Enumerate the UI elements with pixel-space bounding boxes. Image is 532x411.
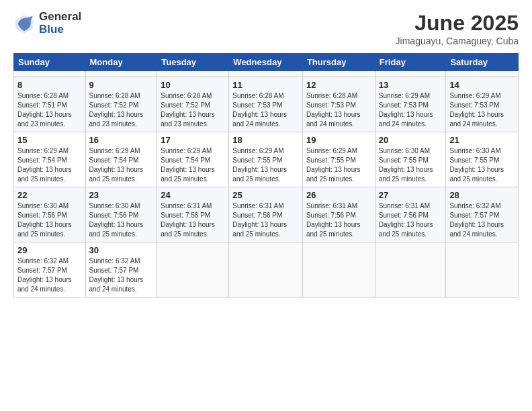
day-info: Sunrise: 6:29 AM Sunset: 7:55 PM Dayligh… bbox=[306, 146, 371, 184]
page: General Blue June 2025 Jimaguayu, Camagu… bbox=[0, 0, 532, 411]
day-cell-24: 24Sunrise: 6:31 AM Sunset: 7:56 PM Dayli… bbox=[157, 187, 229, 242]
day-cell-17: 17Sunrise: 6:29 AM Sunset: 7:54 PM Dayli… bbox=[157, 132, 229, 187]
empty-cell bbox=[375, 242, 446, 298]
day-number: 14 bbox=[449, 80, 515, 90]
day-number: 22 bbox=[17, 190, 82, 200]
day-cell-10: 10Sunrise: 6:28 AM Sunset: 7:52 PM Dayli… bbox=[157, 77, 229, 132]
logo: General Blue bbox=[13, 11, 81, 36]
day-number: 27 bbox=[379, 190, 443, 200]
day-info: Sunrise: 6:31 AM Sunset: 7:56 PM Dayligh… bbox=[232, 201, 299, 239]
header-cell-saturday: Saturday bbox=[446, 54, 519, 71]
day-cell-14: 14Sunrise: 6:29 AM Sunset: 7:53 PM Dayli… bbox=[446, 77, 519, 132]
day-cell-28: 28Sunrise: 6:32 AM Sunset: 7:57 PM Dayli… bbox=[446, 187, 519, 242]
empty-cell bbox=[157, 71, 229, 77]
day-cell-9: 9Sunrise: 6:28 AM Sunset: 7:52 PM Daylig… bbox=[85, 77, 157, 132]
day-cell-20: 20Sunrise: 6:30 AM Sunset: 7:55 PM Dayli… bbox=[375, 132, 446, 187]
day-cell-12: 12Sunrise: 6:28 AM Sunset: 7:53 PM Dayli… bbox=[302, 77, 375, 132]
day-number: 19 bbox=[306, 135, 371, 145]
day-info: Sunrise: 6:32 AM Sunset: 7:57 PM Dayligh… bbox=[17, 257, 82, 294]
empty-cell bbox=[446, 242, 519, 298]
day-cell-21: 21Sunrise: 6:30 AM Sunset: 7:55 PM Dayli… bbox=[446, 132, 519, 187]
day-cell-30: 30Sunrise: 6:32 AM Sunset: 7:57 PM Dayli… bbox=[85, 242, 157, 298]
day-info: Sunrise: 6:29 AM Sunset: 7:54 PM Dayligh… bbox=[161, 146, 225, 184]
week-row-3: 15Sunrise: 6:29 AM Sunset: 7:54 PM Dayli… bbox=[14, 132, 519, 187]
title-block: June 2025 Jimaguayu, Camaguey, Cuba bbox=[396, 11, 519, 46]
day-cell-27: 27Sunrise: 6:31 AM Sunset: 7:56 PM Dayli… bbox=[375, 187, 446, 242]
header-row: SundayMondayTuesdayWednesdayThursdayFrid… bbox=[14, 54, 519, 71]
logo-text: General Blue bbox=[39, 11, 81, 36]
day-info: Sunrise: 6:28 AM Sunset: 7:52 PM Dayligh… bbox=[89, 91, 154, 129]
header-cell-monday: Monday bbox=[85, 54, 157, 71]
day-number: 28 bbox=[449, 190, 515, 200]
empty-cell bbox=[375, 71, 446, 77]
day-cell-13: 13Sunrise: 6:29 AM Sunset: 7:53 PM Dayli… bbox=[375, 77, 446, 132]
day-info: Sunrise: 6:31 AM Sunset: 7:56 PM Dayligh… bbox=[306, 201, 371, 239]
header: General Blue June 2025 Jimaguayu, Camagu… bbox=[13, 11, 519, 46]
week-row-4: 22Sunrise: 6:30 AM Sunset: 7:56 PM Dayli… bbox=[14, 187, 519, 242]
day-info: Sunrise: 6:28 AM Sunset: 7:53 PM Dayligh… bbox=[306, 91, 371, 129]
logo-general: General bbox=[39, 11, 81, 24]
day-cell-11: 11Sunrise: 6:28 AM Sunset: 7:53 PM Dayli… bbox=[229, 77, 303, 132]
empty-cell bbox=[14, 71, 86, 77]
calendar-subtitle: Jimaguayu, Camaguey, Cuba bbox=[396, 36, 519, 46]
day-number: 20 bbox=[379, 135, 443, 145]
day-info: Sunrise: 6:29 AM Sunset: 7:54 PM Dayligh… bbox=[89, 146, 154, 184]
empty-cell bbox=[302, 242, 375, 298]
day-number: 29 bbox=[17, 245, 82, 255]
day-cell-18: 18Sunrise: 6:29 AM Sunset: 7:55 PM Dayli… bbox=[229, 132, 303, 187]
empty-cell bbox=[85, 71, 157, 77]
day-cell-8: 8Sunrise: 6:28 AM Sunset: 7:51 PM Daylig… bbox=[14, 77, 86, 132]
empty-cell bbox=[302, 71, 375, 77]
logo-icon bbox=[13, 13, 35, 34]
day-info: Sunrise: 6:29 AM Sunset: 7:53 PM Dayligh… bbox=[449, 91, 515, 129]
header-cell-tuesday: Tuesday bbox=[157, 54, 229, 71]
day-cell-26: 26Sunrise: 6:31 AM Sunset: 7:56 PM Dayli… bbox=[302, 187, 375, 242]
day-number: 15 bbox=[17, 135, 82, 145]
day-cell-22: 22Sunrise: 6:30 AM Sunset: 7:56 PM Dayli… bbox=[14, 187, 86, 242]
day-cell-23: 23Sunrise: 6:30 AM Sunset: 7:56 PM Dayli… bbox=[85, 187, 157, 242]
week-row-2: 8Sunrise: 6:28 AM Sunset: 7:51 PM Daylig… bbox=[14, 77, 519, 132]
day-cell-29: 29Sunrise: 6:32 AM Sunset: 7:57 PM Dayli… bbox=[14, 242, 86, 298]
day-number: 9 bbox=[89, 80, 154, 90]
day-info: Sunrise: 6:29 AM Sunset: 7:55 PM Dayligh… bbox=[232, 146, 299, 184]
day-number: 10 bbox=[161, 80, 225, 90]
header-cell-thursday: Thursday bbox=[302, 54, 375, 71]
day-info: Sunrise: 6:28 AM Sunset: 7:53 PM Dayligh… bbox=[232, 91, 299, 129]
empty-cell bbox=[157, 242, 229, 298]
day-info: Sunrise: 6:31 AM Sunset: 7:56 PM Dayligh… bbox=[379, 201, 443, 239]
day-cell-15: 15Sunrise: 6:29 AM Sunset: 7:54 PM Dayli… bbox=[14, 132, 86, 187]
day-number: 23 bbox=[89, 190, 154, 200]
day-number: 8 bbox=[17, 80, 82, 90]
day-info: Sunrise: 6:30 AM Sunset: 7:55 PM Dayligh… bbox=[449, 146, 515, 184]
day-number: 25 bbox=[232, 190, 299, 200]
day-cell-25: 25Sunrise: 6:31 AM Sunset: 7:56 PM Dayli… bbox=[229, 187, 303, 242]
week-row-1 bbox=[14, 71, 519, 77]
day-info: Sunrise: 6:28 AM Sunset: 7:51 PM Dayligh… bbox=[17, 91, 82, 129]
logo-blue: Blue bbox=[39, 24, 81, 36]
day-cell-16: 16Sunrise: 6:29 AM Sunset: 7:54 PM Dayli… bbox=[85, 132, 157, 187]
day-info: Sunrise: 6:31 AM Sunset: 7:56 PM Dayligh… bbox=[161, 201, 225, 239]
day-number: 18 bbox=[232, 135, 299, 145]
day-info: Sunrise: 6:29 AM Sunset: 7:53 PM Dayligh… bbox=[379, 91, 443, 129]
day-number: 17 bbox=[161, 135, 225, 145]
day-number: 30 bbox=[89, 245, 154, 255]
calendar-table: SundayMondayTuesdayWednesdayThursdayFrid… bbox=[13, 53, 519, 298]
day-number: 12 bbox=[306, 80, 371, 90]
day-number: 24 bbox=[161, 190, 225, 200]
calendar-title: June 2025 bbox=[396, 11, 519, 36]
header-cell-friday: Friday bbox=[375, 54, 446, 71]
empty-cell bbox=[229, 242, 303, 298]
day-number: 11 bbox=[232, 80, 299, 90]
day-cell-19: 19Sunrise: 6:29 AM Sunset: 7:55 PM Dayli… bbox=[302, 132, 375, 187]
day-number: 26 bbox=[306, 190, 371, 200]
day-number: 21 bbox=[449, 135, 515, 145]
day-info: Sunrise: 6:32 AM Sunset: 7:57 PM Dayligh… bbox=[89, 257, 154, 294]
day-info: Sunrise: 6:29 AM Sunset: 7:54 PM Dayligh… bbox=[17, 146, 82, 184]
empty-cell bbox=[446, 71, 519, 77]
day-info: Sunrise: 6:32 AM Sunset: 7:57 PM Dayligh… bbox=[449, 201, 515, 239]
week-row-5: 29Sunrise: 6:32 AM Sunset: 7:57 PM Dayli… bbox=[14, 242, 519, 298]
day-info: Sunrise: 6:28 AM Sunset: 7:52 PM Dayligh… bbox=[161, 91, 225, 129]
day-info: Sunrise: 6:30 AM Sunset: 7:56 PM Dayligh… bbox=[17, 201, 82, 239]
day-number: 13 bbox=[379, 80, 443, 90]
day-number: 16 bbox=[89, 135, 154, 145]
